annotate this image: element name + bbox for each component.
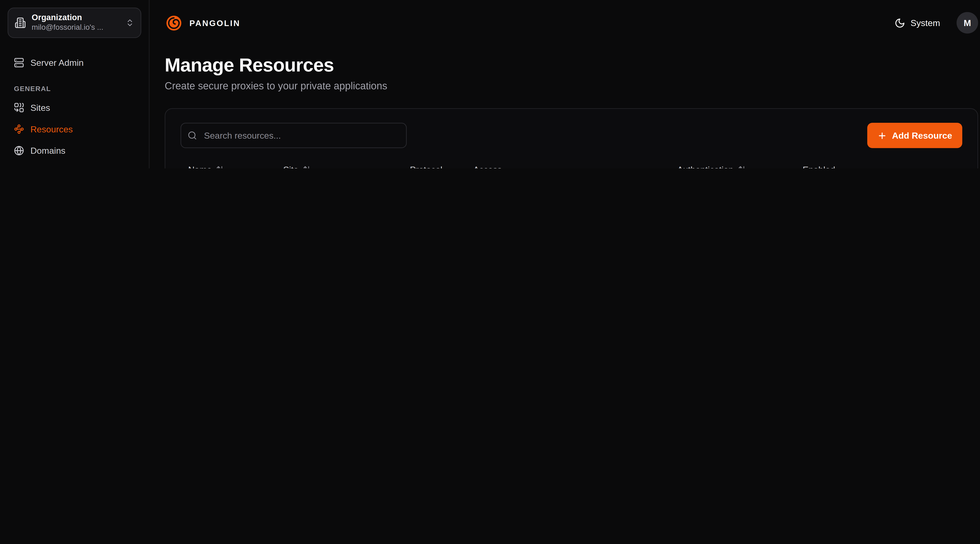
avatar[interactable]: M	[956, 12, 978, 33]
chevrons-up-down-icon	[126, 18, 134, 27]
column-label: Authentication	[677, 164, 733, 168]
page-title: Manage Resources	[165, 54, 978, 76]
main-content: PANGOLIN System M Manage Resources Creat…	[150, 0, 980, 168]
column-label: Site	[283, 164, 299, 168]
add-resource-label: Add Resource	[892, 130, 952, 141]
org-picker[interactable]: Organization milo@fossorial.io's ...	[8, 8, 141, 38]
sort-icon	[738, 165, 746, 168]
topbar: PANGOLIN System M	[165, 0, 978, 46]
org-text: Organization milo@fossorial.io's ...	[32, 13, 120, 33]
brand-name: PANGOLIN	[189, 18, 240, 27]
sidebar-item-server-admin[interactable]: Server Admin	[8, 52, 141, 73]
waypoints-icon	[14, 124, 24, 134]
sidebar-item-sites[interactable]: Sites	[8, 97, 141, 118]
table-header-row: Name Site Protocol Access Authentication…	[180, 156, 962, 168]
search-icon	[188, 131, 197, 140]
search-wrap	[180, 123, 407, 148]
sort-icon	[216, 165, 224, 168]
sidebar: Organization milo@fossorial.io's ... Ser…	[0, 0, 150, 168]
column-header-access: Access	[466, 164, 670, 168]
brand[interactable]: PANGOLIN	[165, 14, 240, 32]
sidebar-item-label: Sites	[30, 102, 50, 113]
resources-toolbar: Add Resource	[180, 123, 962, 148]
column-header-protocol: Protocol	[402, 164, 466, 168]
org-subtitle: milo@fossorial.io's ...	[32, 23, 120, 33]
sidebar-item-domains[interactable]: Domains	[8, 140, 141, 161]
section-label-general: GENERAL	[14, 85, 135, 92]
column-header-enabled: Enabled	[795, 164, 853, 168]
sidebar-item-label: Domains	[30, 146, 65, 156]
theme-toggle[interactable]: System	[889, 14, 945, 32]
search-input[interactable]	[180, 123, 407, 148]
theme-label: System	[911, 17, 940, 28]
sort-icon	[303, 165, 311, 168]
globe-icon	[14, 146, 24, 156]
column-header-authentication[interactable]: Authentication	[670, 164, 795, 168]
building-icon	[14, 17, 26, 29]
column-label: Enabled	[803, 164, 835, 168]
column-label: Protocol	[410, 164, 442, 168]
org-title: Organization	[32, 13, 120, 23]
column-header-name[interactable]: Name	[180, 164, 275, 168]
page-subtitle: Create secure proxies to your private ap…	[165, 80, 978, 92]
server-icon	[14, 57, 24, 68]
column-label: Name	[188, 164, 212, 168]
sidebar-item-resources[interactable]: Resources	[8, 118, 141, 140]
resources-card: Add Resource Name Site Protocol Access A…	[165, 108, 978, 168]
column-header-site[interactable]: Site	[275, 164, 402, 168]
sidebar-nav: Server Admin GENERAL Sites Resources Dom…	[8, 52, 141, 168]
app-root: Organization milo@fossorial.io's ... Ser…	[0, 0, 980, 168]
plus-icon	[878, 131, 887, 140]
column-label: Access	[473, 164, 502, 168]
moon-icon	[895, 17, 905, 28]
sidebar-item-label: Server Admin	[30, 57, 84, 68]
pangolin-logo-icon	[165, 14, 183, 32]
topbar-right: System M	[889, 12, 978, 33]
add-resource-button[interactable]: Add Resource	[867, 123, 963, 148]
sites-icon	[14, 102, 24, 113]
page-head: Manage Resources Create secure proxies t…	[165, 54, 978, 92]
sidebar-item-label: Resources	[30, 124, 73, 134]
